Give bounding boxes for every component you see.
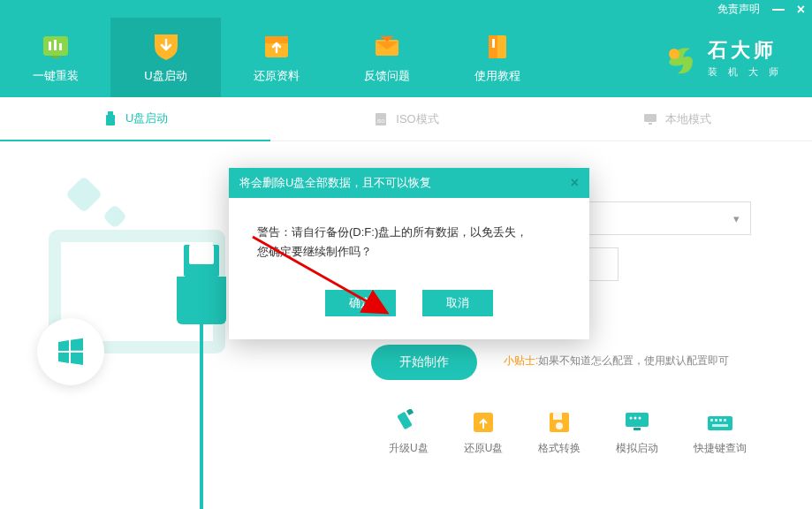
svg-rect-24 <box>626 413 649 427</box>
svg-rect-16 <box>644 114 656 122</box>
dialog-line-1: 警告：请自行备份(D:F:)盘上的所有数据，以免丢失， <box>257 223 561 242</box>
monitor-sim-icon <box>622 409 652 436</box>
svg-text:ISO: ISO <box>377 118 385 124</box>
tab-label: U盘启动 <box>144 68 186 84</box>
tool-upgrade-usb[interactable]: 升级U盘 <box>389 409 429 456</box>
svg-rect-25 <box>634 428 641 430</box>
subtab-label: U盘启动 <box>125 110 168 126</box>
svg-rect-10 <box>492 39 495 48</box>
brand-logo-icon <box>660 38 699 77</box>
svg-rect-33 <box>724 419 726 422</box>
tab-one-click-reinstall[interactable]: 一键重装 <box>0 18 110 97</box>
svg-rect-31 <box>715 419 717 422</box>
dialog-close-icon[interactable]: × <box>571 175 579 191</box>
disclaimer-link[interactable]: 免责声明 <box>717 2 760 17</box>
subtab-usb-boot[interactable]: U盘启动 <box>0 97 270 141</box>
brand-title: 石大师 <box>708 37 789 64</box>
subtab-label: ISO模式 <box>396 111 438 127</box>
usb-icon <box>102 110 118 126</box>
svg-rect-19 <box>406 409 414 415</box>
svg-point-23 <box>556 422 563 429</box>
dialog-title-bar: 将会删除U盘全部数据，且不可以恢复 × <box>229 168 589 198</box>
svg-rect-30 <box>710 419 713 422</box>
tab-label: 反馈问题 <box>364 68 410 84</box>
svg-rect-1 <box>49 42 51 50</box>
svg-point-26 <box>630 417 633 420</box>
svg-rect-22 <box>553 413 562 420</box>
tool-hotkey-query[interactable]: 快捷键查询 <box>694 409 747 456</box>
svg-point-11 <box>669 49 679 59</box>
subtab-label: 本地模式 <box>665 111 711 127</box>
ok-button[interactable]: 确定 <box>325 290 396 316</box>
shield-download-icon <box>150 31 182 63</box>
sub-tabs: U盘启动 ISO ISO模式 本地模式 <box>0 97 812 141</box>
tool-bar: 升级U盘 还原U盘 格式转换 模拟启动 快捷键查询 <box>389 409 747 456</box>
svg-rect-32 <box>719 419 722 422</box>
bar-chart-icon <box>40 31 72 63</box>
svg-point-28 <box>639 417 641 420</box>
brand: 石大师 装机大师 <box>660 18 812 97</box>
tool-format-convert[interactable]: 格式转换 <box>538 409 581 456</box>
svg-rect-34 <box>712 424 728 427</box>
tool-label: 格式转换 <box>538 441 581 456</box>
envelope-icon <box>371 31 403 63</box>
svg-rect-29 <box>708 416 732 430</box>
monitor-icon <box>642 111 658 127</box>
upload-box-icon <box>261 31 292 63</box>
close-icon[interactable]: × <box>797 4 805 15</box>
svg-rect-4 <box>52 56 59 58</box>
tool-restore-usb[interactable]: 还原U盘 <box>464 409 504 456</box>
tab-restore-data[interactable]: 还原资料 <box>221 18 331 97</box>
svg-rect-12 <box>108 111 113 115</box>
cancel-button[interactable]: 取消 <box>422 290 493 316</box>
tab-feedback[interactable]: 反馈问题 <box>331 18 442 97</box>
tab-label: 一键重装 <box>33 68 79 84</box>
tip-text: 小贴士:如果不知道怎么配置，使用默认配置即可 <box>504 353 729 368</box>
dialog-title: 将会删除U盘全部数据，且不可以恢复 <box>239 175 431 191</box>
tool-label: 升级U盘 <box>389 441 429 456</box>
subtab-iso-mode[interactable]: ISO ISO模式 <box>270 97 541 141</box>
dialog-body: 警告：请自行备份(D:F:)盘上的所有数据，以免丢失， 您确定要继续制作吗？ <box>229 198 589 277</box>
iso-file-icon: ISO <box>373 111 389 127</box>
svg-rect-2 <box>54 40 57 50</box>
tab-label: 还原资料 <box>254 68 300 84</box>
restore-box-icon <box>468 409 498 436</box>
minimize-icon[interactable] <box>772 9 785 11</box>
windows-logo-icon <box>37 318 104 385</box>
tip-body: 如果不知道怎么配置，使用默认配置即可 <box>538 354 729 367</box>
tool-label: 还原U盘 <box>464 441 504 456</box>
tool-label: 模拟启动 <box>616 441 658 456</box>
titlebar: 免责声明 × <box>0 0 812 18</box>
svg-rect-13 <box>106 115 115 125</box>
tab-tutorial[interactable]: 使用教程 <box>442 18 552 97</box>
confirm-dialog: 将会删除U盘全部数据，且不可以恢复 × 警告：请自行备份(D:F:)盘上的所有数… <box>229 168 589 339</box>
svg-point-27 <box>634 417 637 420</box>
book-icon <box>482 31 513 63</box>
svg-rect-17 <box>649 123 652 125</box>
tool-simulate-boot[interactable]: 模拟启动 <box>616 409 658 456</box>
tab-label: 使用教程 <box>474 68 520 84</box>
svg-rect-3 <box>59 43 62 50</box>
tab-usb-boot[interactable]: U盘启动 <box>110 18 221 97</box>
tip-label: 小贴士: <box>504 354 538 367</box>
brand-subtitle: 装机大师 <box>708 65 789 79</box>
start-make-button[interactable]: 开始制作 <box>371 345 477 380</box>
disk-icon <box>544 409 574 436</box>
header-nav: 一键重装 U盘启动 还原资料 反馈问题 使用教程 石大师 装机大师 <box>0 18 812 97</box>
subtab-local-mode[interactable]: 本地模式 <box>542 97 812 141</box>
decorative-bg <box>0 141 265 433</box>
tool-label: 快捷键查询 <box>694 441 747 456</box>
dialog-line-2: 您确定要继续制作吗？ <box>257 242 561 262</box>
chevron-down-icon: ▾ <box>733 212 740 225</box>
keyboard-icon <box>705 409 735 436</box>
usb-diag-icon <box>393 409 423 436</box>
